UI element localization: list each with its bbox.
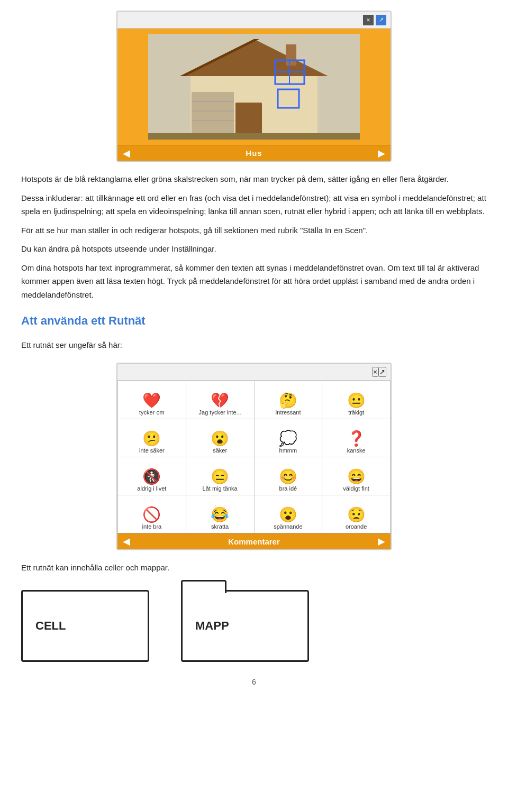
grid-cell-label: inte säker [139,447,165,454]
grid-cell-label: Jag tycker inte... [199,409,241,416]
grid-cell[interactable]: 😐tråkigt [322,381,391,419]
svg-rect-6 [192,92,234,133]
grid-cell-label: oroande [346,523,367,530]
section-subtext: Ett rutnät ser ungefär så här: [21,338,487,352]
page-number: 6 [21,678,487,686]
grid-nav-right[interactable]: ▶ [378,536,385,547]
grid-cell[interactable]: 💭hmmm [255,419,323,457]
cell-mapp-row: CELL MAPP [21,590,487,662]
grid-cell-label: Låt mig tänka [203,485,238,492]
grid-cell[interactable]: 😟oroande [322,495,391,533]
grid-cell-label: hmmm [279,447,297,454]
section-heading: Att använda ett Rutnät [21,314,487,328]
grid-cell-label: spännande [274,523,302,530]
paragraph-4: Du kan ändra på hotspots utseende under … [21,242,487,256]
grid-cell[interactable]: 😂skratta [186,495,255,533]
grid-cell[interactable]: ❤️tycker om [118,381,186,419]
grid-cell[interactable]: 😄väldigt fint [322,457,391,495]
grid-cell-icon: 😮 [211,431,229,446]
grid-cell-icon: 😊 [279,469,297,484]
grid-cell-label: bra idé [279,485,297,492]
house-panel-topbar: × ↗ [117,12,391,29]
grid-cell-icon: 😐 [347,393,366,408]
house-share-button[interactable]: ↗ [376,15,386,25]
house-bottom-bar: ◀ Hus ▶ [117,145,391,161]
grid-cell[interactable]: 😮säker [186,419,255,457]
house-svg [148,34,360,140]
grid-cell-label: tycker om [139,409,165,416]
grid-cell-icon: ❤️ [142,393,161,408]
grid-cell-label: aldrig i livet [137,485,166,492]
grid-cell-icon: 😄 [347,469,366,484]
grid-cell[interactable]: ❓kanske [322,419,391,457]
grid-cell-icon: 🤔 [279,393,297,408]
grid-cell-label: säker [213,447,227,454]
grid-close-button[interactable]: × [372,367,378,377]
grid-cell-icon: 😑 [211,469,229,484]
grid-cell-icon: 🚷 [142,469,161,484]
grid-share-button[interactable]: ↗ [378,367,386,377]
svg-rect-4 [286,44,296,66]
grid-cell[interactable]: 💔Jag tycker inte... [186,381,255,419]
grid-cell-label: väldigt fint [343,485,369,492]
grid-cell-icon: 😂 [211,508,229,522]
cell-label: CELL [35,619,66,633]
grid-cell-label: inte bra [142,523,162,530]
bottom-text-section: Ett rutnät kan innehålla celler och mapp… [21,561,487,575]
grid-panel-topbar: × ↗ [117,364,391,381]
grid-panel: × ↗ ❤️tycker om💔Jag tycker inte...🤔Intre… [116,363,392,550]
house-nav-left[interactable]: ◀ [123,147,130,159]
grid-cell-label: kanske [347,447,366,454]
grid-cell[interactable]: 😑Låt mig tänka [186,457,255,495]
house-close-button[interactable]: × [363,15,374,25]
grid-cell[interactable]: 😊bra idé [255,457,323,495]
grid-cell[interactable]: 😮spännande [255,495,323,533]
grid-cell-icon: 😕 [142,431,161,446]
grid-cell[interactable]: 😕inte säker [118,419,186,457]
mapp-label: MAPP [195,619,229,633]
grid-cell-icon: 🚫 [142,508,161,522]
paragraph-1: Hotspots är de blå rektanglarna eller gr… [21,172,487,186]
house-nav-right[interactable]: ▶ [378,147,385,159]
paragraph-3: För att se hur man ställer in och redige… [21,224,487,237]
grid-cell-icon: 💔 [211,393,229,408]
grid-cell-icon: 💭 [279,431,297,446]
grid-cell-icon: ❓ [347,431,366,446]
cell-box: CELL [21,590,149,662]
svg-rect-5 [235,103,262,134]
body-text-section1: Hotspots är de blå rektanglarna eller gr… [21,172,487,301]
paragraph-5: Om dina hotspots har text inprogrammerat… [21,261,487,302]
grid-nav-left[interactable]: ◀ [123,536,130,547]
grid-table: ❤️tycker om💔Jag tycker inte...🤔Intressan… [117,381,391,533]
grid-cell[interactable]: 🚷aldrig i livet [118,457,186,495]
grid-cell-label: skratta [211,523,229,530]
grid-cell-icon: 😟 [347,508,366,522]
grid-cell-label: Intressant [275,409,301,416]
section-subtext-p: Ett rutnät ser ungefär så här: [21,338,487,352]
grid-cell[interactable]: 🚫inte bra [118,495,186,533]
grid-cell[interactable]: 🤔Intressant [255,381,323,419]
house-title: Hus [246,149,262,158]
paragraph-2: Dessa inkluderar: att tillkännage ett or… [21,191,487,218]
house-panel: × ↗ [116,11,392,162]
grid-cell-icon: 😮 [279,508,297,522]
grid-bottom-bar: ◀ Kommentarer ▶ [117,533,391,549]
mapp-box: MAPP [181,590,309,662]
bottom-text: Ett rutnät kan innehålla celler och mapp… [21,561,487,575]
svg-rect-14 [148,133,360,140]
house-image-area [117,29,391,145]
grid-title: Kommentarer [228,537,280,546]
grid-cell-label: tråkigt [348,409,364,416]
